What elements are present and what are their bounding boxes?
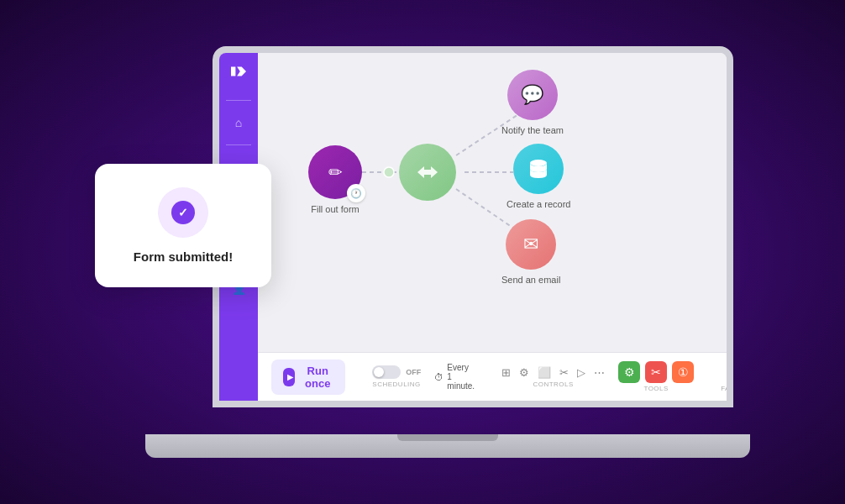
run-once-button[interactable]: Run once (271, 360, 345, 395)
clock-icon: ⏱ (434, 372, 443, 382)
favorites-group: + FAVORITES (721, 361, 727, 392)
hub-node[interactable] (399, 144, 456, 201)
toggle-knob (374, 367, 384, 377)
clock-badge: 🕐 (347, 184, 365, 202)
play-small-icon[interactable]: ▷ (577, 366, 585, 379)
tools-orange-btn[interactable]: ① (672, 361, 694, 383)
bottom-toolbar: Run once OFF SCHEDULING ⏱ Every 1 minute… (258, 352, 727, 401)
notify-team-node[interactable]: 💬 Notify the team (501, 70, 564, 135)
grid-icon[interactable]: ⊞ (501, 366, 511, 379)
record-circle (513, 144, 564, 194)
controls-group: ⊞ ⚙ ⬜ ✂ ▷ ⋯ CONTROLS (501, 366, 605, 388)
tools-group: ⚙ ✂ ① TOOLS (618, 361, 694, 392)
main-content: ✏ 🕐 Fill out form (258, 53, 727, 401)
toggle-row: OFF (372, 365, 421, 379)
record-label: Create a record (506, 199, 570, 209)
favorites-label: FAVORITES (721, 385, 727, 392)
hub-circle (399, 144, 456, 201)
send-email-node[interactable]: ✉ Send an email (501, 219, 560, 285)
laptop-screen: ⌂ ⊞ ⋮ 🔔 🔑 👤 (213, 46, 733, 407)
email-circle: ✉ (506, 219, 556, 270)
canvas-area: ✏ 🕐 Fill out form (258, 53, 727, 352)
run-icon (283, 368, 295, 386)
tools-red-btn[interactable]: ✂ (645, 361, 667, 383)
controls-icons: ⊞ ⚙ ⬜ ✂ ▷ ⋯ (501, 366, 605, 379)
toggle-off-label: OFF (406, 368, 421, 376)
sidebar-logo (227, 61, 250, 81)
tools-label: TOOLS (643, 385, 668, 392)
fill-out-form-node[interactable]: ✏ 🕐 Fill out form (308, 145, 362, 214)
checkmark-icon: ✓ (171, 201, 195, 224)
email-label: Send an email (501, 275, 560, 285)
scheduling-group: OFF SCHEDULING (372, 365, 421, 388)
scheduling-label: SCHEDULING (372, 381, 420, 388)
card-title: Form submitted! (134, 249, 233, 264)
controls-label: CONTROLS (533, 381, 573, 388)
home-icon[interactable]: ⌂ (227, 111, 250, 134)
notify-label: Notify the team (501, 125, 564, 135)
settings-icon[interactable]: ⚙ (519, 366, 529, 379)
hub-arrows-icon (413, 158, 442, 186)
screen-icon[interactable]: ⬜ (538, 366, 551, 379)
svg-point-8 (384, 167, 394, 177)
scheduling-toggle[interactable] (372, 365, 401, 379)
every-minute-text: ⏱ Every 1 minute. (434, 363, 475, 391)
fill-form-circle: ✏ 🕐 (308, 145, 362, 199)
more-ctrl-icon[interactable]: ⋯ (594, 366, 605, 379)
laptop-base (145, 434, 750, 458)
svg-point-9 (530, 160, 547, 166)
create-record-node[interactable]: Create a record (506, 144, 570, 209)
notify-circle: 💬 (507, 70, 558, 120)
fill-form-label: Fill out form (311, 204, 359, 214)
cut-icon[interactable]: ✂ (559, 366, 569, 379)
sidebar-divider (226, 100, 251, 101)
database-icon (527, 157, 550, 181)
form-submitted-card: ✓ Form submitted! (95, 164, 271, 287)
make-logo-icon (229, 64, 248, 79)
tools-icons: ⚙ ✂ ① (618, 361, 694, 383)
check-circle: ✓ (158, 187, 208, 238)
tools-green-btn[interactable]: ⚙ (618, 361, 640, 383)
sidebar-divider-2 (226, 144, 251, 145)
